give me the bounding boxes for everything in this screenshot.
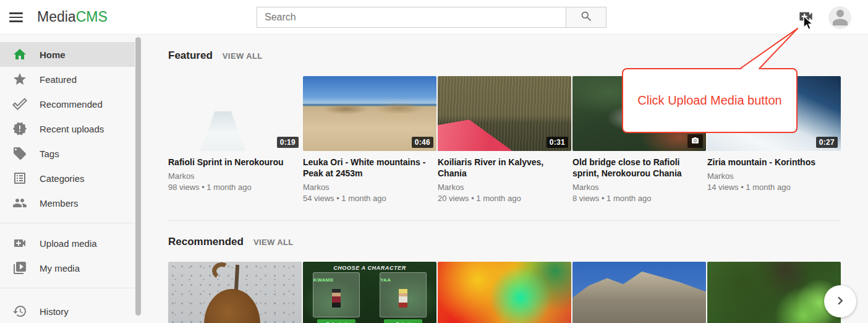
logo-cms: CMS: [76, 9, 108, 25]
menu-button[interactable]: [9, 10, 25, 25]
duration-badge: 0:19: [277, 137, 299, 148]
media-author[interactable]: Markos: [438, 183, 571, 192]
upload-media-button[interactable]: [796, 9, 815, 26]
home-icon: [12, 47, 27, 62]
media-title[interactable]: Koiliaris River in Kalyves, Chania: [438, 157, 571, 179]
annotation-callout: Click Upload Media button: [622, 68, 798, 133]
character-sprite: [332, 289, 341, 308]
sidebar-label: Tags: [40, 149, 59, 159]
media-title[interactable]: Leuka Ori - White mountains - Peak at 24…: [303, 157, 436, 179]
media-card: [438, 262, 571, 323]
media-card: [168, 262, 302, 323]
recommended-row: CHOOSE A CHARACTER KWAME YAA Selected Se…: [168, 262, 841, 323]
sidebar-item-members[interactable]: Members: [0, 191, 135, 215]
history-icon: [12, 304, 27, 319]
sidebar-label: Home: [40, 50, 66, 60]
sidebar-item-featured[interactable]: Featured: [0, 67, 135, 92]
members-icon: [12, 196, 27, 210]
upload-media-icon: [798, 8, 814, 27]
media-author[interactable]: Markos: [303, 183, 436, 192]
sidebar-label: Upload media: [40, 238, 97, 249]
featured-section-header: Featured VIEW ALL: [168, 50, 263, 62]
media-thumbnail[interactable]: [572, 262, 706, 323]
search-bar: [257, 7, 606, 28]
duration-badge: 0:27: [816, 137, 838, 148]
media-card: CHOOSE A CHARACTER KWAME YAA Selected Se…: [303, 262, 436, 323]
duration-badge: 0:31: [547, 137, 568, 148]
media-thumbnail[interactable]: CHOOSE A CHARACTER KWAME YAA Selected Se…: [303, 262, 436, 323]
chevron-right-icon: [832, 293, 848, 311]
game-character-panel: YAA: [380, 272, 427, 317]
sidebar-divider: [0, 223, 135, 223]
logo[interactable]: MediaCMS: [37, 9, 108, 25]
sidebar: Home Featured Recommended Recent uploads…: [0, 35, 135, 323]
search-icon: [580, 10, 593, 25]
section-title: Recommended: [168, 236, 244, 248]
sidebar-item-categories[interactable]: Categories: [0, 166, 135, 191]
media-title[interactable]: Old bridge close to Rafioli sprint, Nero…: [572, 157, 706, 179]
media-card: [707, 262, 841, 323]
game-heading-text: CHOOSE A CHARACTER: [303, 265, 436, 271]
annotation-text: Click Upload Media button: [637, 93, 781, 108]
upload-media-icon: [12, 236, 27, 251]
sidebar-item-recommended[interactable]: Recommended: [0, 92, 135, 116]
media-author[interactable]: Markos: [168, 171, 302, 181]
sidebar-item-my-media[interactable]: My media: [0, 256, 135, 280]
media-thumbnail[interactable]: 0:46: [303, 76, 436, 151]
logo-media: Media: [37, 9, 76, 25]
media-card: 0:19 Rafioli Sprint in Nerokourou Markos…: [168, 76, 302, 203]
next-page-button[interactable]: [824, 285, 856, 317]
sidebar-scrollbar[interactable]: [135, 37, 141, 316]
sidebar-label: Recommended: [40, 99, 103, 110]
user-avatar[interactable]: [828, 6, 851, 29]
sidebar-label: Featured: [40, 74, 77, 85]
sidebar-label: Categories: [40, 173, 85, 184]
media-thumbnail[interactable]: [168, 262, 302, 323]
sidebar-item-home[interactable]: Home: [0, 42, 135, 67]
section-title: Featured: [168, 50, 213, 62]
media-thumbnail[interactable]: [438, 262, 571, 323]
recommended-view-all-link[interactable]: VIEW ALL: [253, 238, 294, 247]
star-icon: [12, 72, 27, 87]
duration-badge: 0:46: [412, 137, 433, 148]
pumpkin-craft-graphic: [204, 289, 260, 323]
sidebar-item-history[interactable]: History: [0, 299, 135, 323]
media-author[interactable]: Markos: [707, 171, 841, 181]
sidebar-item-tags[interactable]: Tags: [0, 141, 135, 166]
media-thumbnail[interactable]: 0:31: [438, 76, 571, 151]
media-author[interactable]: Markos: [572, 183, 706, 192]
media-card: [572, 262, 706, 323]
sidebar-label: Recent uploads: [40, 124, 104, 134]
media-title[interactable]: Ziria mountain - Korinthos: [707, 157, 841, 168]
media-meta: 54 views • 1 month ago: [303, 194, 436, 203]
search-input[interactable]: [257, 7, 566, 28]
sidebar-label: History: [40, 306, 69, 317]
media-meta: 20 views • 1 month ago: [438, 194, 571, 203]
sidebar-divider: [0, 288, 135, 288]
sidebar-item-upload-media[interactable]: Upload media: [0, 231, 135, 256]
game-select-button-graphic: Select: [384, 319, 422, 323]
character-sprite: [399, 289, 407, 308]
game-selected-button-graphic: Selected: [317, 319, 355, 323]
media-meta: 14 views • 1 month ago: [707, 183, 841, 192]
video-library-icon: [12, 261, 27, 275]
media-meta: 8 views • 1 month ago: [572, 194, 706, 203]
done-outline-icon: [12, 97, 27, 111]
recommended-section-header: Recommended VIEW ALL: [168, 236, 294, 248]
game-character-panel: KWAME: [313, 272, 360, 317]
camera-icon: [687, 134, 703, 148]
media-title[interactable]: Rafioli Sprint in Nerokourou: [168, 157, 302, 168]
top-bar: MediaCMS: [0, 0, 868, 35]
media-thumbnail[interactable]: 0:19: [168, 76, 302, 151]
search-button[interactable]: [566, 7, 606, 28]
featured-view-all-link[interactable]: VIEW ALL: [223, 51, 263, 61]
media-thumbnail[interactable]: [707, 262, 841, 323]
media-card: 0:46 Leuka Ori - White mountains - Peak …: [303, 76, 436, 203]
media-meta: 98 views • 1 month ago: [168, 183, 302, 192]
new-releases-icon: [12, 121, 27, 136]
sidebar-item-recent-uploads[interactable]: Recent uploads: [0, 116, 135, 141]
sidebar-label: My media: [40, 263, 80, 273]
person-icon: [830, 6, 851, 29]
categories-icon: [12, 171, 27, 186]
section-divider: [168, 220, 841, 221]
